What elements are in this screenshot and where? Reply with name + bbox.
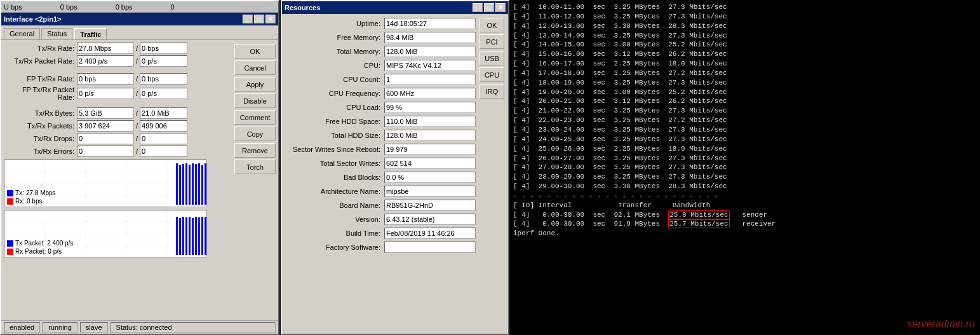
watermark: serveradmin.ru <box>907 318 975 330</box>
stat1: U bps <box>4 3 22 11</box>
tab-general[interactable]: General <box>4 28 40 39</box>
tx-rx-drops-input2[interactable] <box>140 133 187 144</box>
bad-blocks-row: Bad Blocks: <box>286 172 476 183</box>
svg-rect-9 <box>182 164 184 205</box>
sector-writes-row: Sector Writes Since Reboot: <box>286 144 476 155</box>
interface-window: U bps 0 bps 0 bps 0 Interface <2pin1> _ … <box>0 0 279 335</box>
tx-rx-rate-label: Tx/Rx Rate: <box>4 44 77 52</box>
tx-rx-packet-input1[interactable] <box>77 55 134 67</box>
tx-rx-packets-input1[interactable] <box>77 120 134 132</box>
svg-rect-26 <box>182 217 184 255</box>
torch-button[interactable]: Torch <box>234 160 276 174</box>
tx-rx-drops-input1[interactable] <box>77 133 134 144</box>
terminal: [ 4] 10.00-11.00 sec 3.25 MBytes 27.3 Mb… <box>509 0 980 335</box>
terminal-line: [ 4] 17.00-18.00 sec 3.25 MBytes 27.2 Mb… <box>513 69 976 78</box>
factory-software-value[interactable] <box>384 242 476 253</box>
terminal-line: [ 4] 28.00-29.00 sec 3.25 MBytes 27.3 Mb… <box>513 172 976 182</box>
chart2-legend: Tx Packet: 2 400 p/s Rx Packet: 0 p/s <box>7 239 73 256</box>
tabs: General Status Traffic <box>1 25 278 39</box>
board-value[interactable] <box>384 200 476 211</box>
tab-status[interactable]: Status <box>41 28 72 39</box>
fp-packet-input2[interactable] <box>140 88 187 99</box>
disable-button[interactable]: Disable <box>234 93 276 108</box>
terminal-line: [ 4] 27.00-28.00 sec 3.25 MBytes 27.3 Mb… <box>513 163 976 172</box>
svg-rect-29 <box>192 218 194 255</box>
chart2-rx-label: Rx Packet: <box>15 247 46 256</box>
status-slave: slave <box>80 322 108 332</box>
svg-rect-15 <box>201 165 203 205</box>
status-bar: enabled running slave Status: connected <box>1 320 278 334</box>
total-sector-value[interactable] <box>384 158 476 169</box>
free-hdd-value[interactable] <box>384 116 476 127</box>
cpu-value[interactable] <box>384 60 476 71</box>
free-memory-value[interactable] <box>384 32 476 43</box>
total-hdd-row: Total HDD Size: <box>286 130 476 141</box>
tx-rx-packets-input2[interactable] <box>140 120 187 132</box>
total-sector-row: Total Sector Writes: <box>286 158 476 169</box>
separator4: / <box>136 90 138 97</box>
remove-button[interactable]: Remove <box>234 143 276 158</box>
uptime-label: Uptime: <box>286 20 384 27</box>
status-enabled: enabled <box>4 322 40 332</box>
res-form: Uptime: Free Memory: Total Memory: CPU: … <box>286 18 476 330</box>
fp-tx-rx-input2[interactable] <box>140 73 187 85</box>
ok-button[interactable]: OK <box>234 44 276 58</box>
uptime-row: Uptime: <box>286 18 476 29</box>
tx-rx-errors-input1[interactable] <box>77 146 134 157</box>
window-title: Interface <2pin1> <box>4 15 62 23</box>
res-ok-button[interactable]: OK <box>480 18 504 32</box>
cpu-count-row: CPU Count: <box>286 74 476 85</box>
minimize-button[interactable]: _ <box>243 15 253 24</box>
cpu-load-value[interactable] <box>384 102 476 113</box>
copy-button[interactable]: Copy <box>234 126 276 141</box>
cpu-count-value[interactable] <box>384 74 476 85</box>
cancel-button[interactable]: Cancel <box>234 60 276 75</box>
comment-button[interactable]: Comment <box>234 110 276 125</box>
fp-tx-rx-input1[interactable] <box>77 73 134 85</box>
svg-rect-12 <box>192 163 194 205</box>
free-memory-row: Free Memory: <box>286 32 476 43</box>
uptime-value[interactable] <box>384 18 476 29</box>
version-value[interactable] <box>384 214 476 225</box>
apply-button[interactable]: Apply <box>234 77 276 92</box>
terminal-line: [ 4] 16.00-17.00 sec 2.25 MBytes 18.9 Mb… <box>513 59 976 69</box>
tx-rx-bytes-input1[interactable] <box>77 107 134 119</box>
build-time-label: Build Time: <box>286 229 384 237</box>
cpu-freq-value[interactable] <box>384 88 476 99</box>
tx-rx-packets-label: Tx/Rx Packets: <box>4 122 77 130</box>
board-label: Board Name: <box>286 202 384 209</box>
total-memory-value[interactable] <box>384 46 476 57</box>
terminal-line: [ 4] 14.00-15.00 sec 3.00 MBytes 25.2 Mb… <box>513 40 976 50</box>
arch-value[interactable] <box>384 186 476 197</box>
title-bar-buttons: _ □ ✕ <box>243 15 276 24</box>
tx-rx-rate-input1[interactable] <box>77 43 134 54</box>
tab-traffic[interactable]: Traffic <box>74 28 107 39</box>
tx-rx-rate-input2[interactable] <box>140 43 187 54</box>
chart-tx-rx: Tx: 27.8 Mbps Rx: 0 bps <box>4 160 207 207</box>
res-minimize-button[interactable]: _ <box>473 3 483 12</box>
panel-content: Tx/Rx Rate: / Tx/Rx Packet Rate: / FP Tx… <box>1 39 278 320</box>
maximize-button[interactable]: □ <box>254 15 264 24</box>
res-cpu-button[interactable]: CPU <box>480 67 504 82</box>
tx-rx-bytes-input2[interactable] <box>140 107 187 119</box>
top-stats: U bps 0 bps 0 bps 0 <box>4 3 276 11</box>
terminal-line: [ 4] 12.00-13.00 sec 3.38 MBytes 28.3 Mb… <box>513 22 976 31</box>
stat4: 0 <box>171 3 175 11</box>
tx-rx-packet-input2[interactable] <box>140 55 187 67</box>
close-button[interactable]: ✕ <box>265 15 276 24</box>
terminal-line: iperf Done. <box>513 229 976 238</box>
bad-blocks-value[interactable] <box>384 172 476 183</box>
build-time-value[interactable] <box>384 228 476 239</box>
res-close-button[interactable]: ✕ <box>495 3 506 12</box>
tx-rx-errors-input2[interactable] <box>140 146 187 157</box>
res-usb-button[interactable]: USB <box>480 51 504 65</box>
chart2-rx-value: 0 p/s <box>48 247 62 256</box>
sector-writes-value[interactable] <box>384 144 476 155</box>
chart2-tx-label: Tx Packet: <box>15 239 45 247</box>
total-hdd-value[interactable] <box>384 130 476 141</box>
fp-packet-input1[interactable] <box>77 88 134 99</box>
res-irq-button[interactable]: IRQ <box>480 84 504 99</box>
tx-rx-bytes-label: Tx/Rx Bytes: <box>4 109 77 117</box>
res-maximize-button[interactable]: □ <box>484 3 494 12</box>
res-pci-button[interactable]: PCI <box>480 34 504 49</box>
